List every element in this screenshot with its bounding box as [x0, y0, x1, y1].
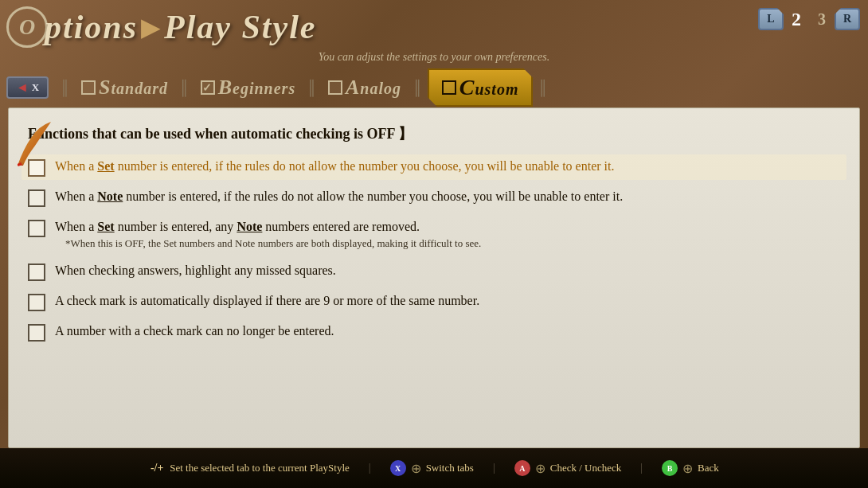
- gamepad-icon-1: ⊕: [411, 461, 421, 476]
- hint-check-uncheck: A ⊕ Check / Uncheck: [514, 460, 622, 476]
- sep2: ║: [179, 80, 190, 96]
- sep4: ║: [412, 80, 423, 96]
- beginners-checkbox: [201, 80, 215, 95]
- page-3: 3: [811, 10, 833, 29]
- analog-checkbox: [328, 80, 342, 95]
- option-5-text: A check mark is automatically displayed …: [55, 292, 840, 310]
- option-row-6[interactable]: A number with a check mark can no longer…: [28, 322, 840, 342]
- title-arrow-icon: ▶: [141, 12, 161, 42]
- section-header: Functions that can be used when automati…: [28, 124, 840, 143]
- lr-pagination: L 2 3 R: [758, 8, 860, 30]
- hint-check-uncheck-text: Check / Uncheck: [550, 462, 622, 474]
- option-3-text-block: When a Set number is entered, any Note n…: [55, 218, 481, 251]
- hint-back: B ⊕ Back: [662, 460, 719, 476]
- option-3-checkbox[interactable]: [28, 220, 45, 237]
- option-4-text: When checking answers, highlight any mis…: [55, 262, 840, 279]
- nav-tabs-row: ◄ X ║ Standard ║ Beginners ║ Analog ║: [0, 64, 868, 111]
- section-header-text: Functions that can be used when automati…: [28, 124, 412, 143]
- option-row-1[interactable]: When a Set number is entered, if the rul…: [22, 154, 846, 180]
- tab-analog[interactable]: Analog: [322, 72, 408, 103]
- analog-label: Analog: [346, 76, 401, 100]
- tab-custom[interactable]: Custom: [428, 68, 534, 107]
- minus-plus-icon: -/+: [149, 460, 165, 476]
- custom-label: Custom: [459, 75, 519, 100]
- beginners-label: Beginners: [218, 76, 295, 100]
- title-playstyle: Play Style: [164, 10, 316, 44]
- option-3-text: When a Set number is entered, any Note n…: [55, 218, 481, 236]
- subtitle: You can adjust the settings to your own …: [0, 51, 868, 64]
- b-circle-icon: B: [662, 460, 678, 476]
- page-2: 2: [785, 9, 807, 30]
- gamepad-icon-2: ⊕: [535, 461, 545, 476]
- tab-beginners[interactable]: Beginners: [194, 72, 302, 103]
- option-row-3[interactable]: When a Set number is entered, any Note n…: [28, 218, 840, 251]
- option-row-5[interactable]: A check mark is automatically displayed …: [28, 292, 840, 311]
- page-numbers: 2 3: [785, 9, 833, 30]
- hint-sep-1: |: [369, 462, 371, 474]
- standard-checkbox: [81, 80, 96, 95]
- hint-switch-tabs: X ⊕ Switch tabs: [390, 460, 474, 476]
- header: O ptions ▶ Play Style L 2 3 R You can ad…: [0, 0, 868, 107]
- title-o-circle: O: [6, 6, 48, 48]
- a-circle-icon: A: [514, 460, 530, 476]
- hint-set-tab: -/+ Set the selected tab to the current …: [149, 460, 350, 476]
- title-options: ptions: [45, 10, 138, 44]
- option-2-text: When a Note number is entered, if the ru…: [55, 188, 840, 205]
- option-1-text: When a Set number is entered, if the rul…: [55, 158, 840, 175]
- option-5-checkbox[interactable]: [28, 294, 45, 311]
- sep3: ║: [307, 80, 317, 96]
- sep5: ║: [538, 80, 548, 96]
- main-content: Functions that can be used when automati…: [8, 107, 860, 448]
- tab-standard[interactable]: Standard: [75, 72, 174, 103]
- hint-sep-2: |: [493, 462, 495, 474]
- option-row-2[interactable]: When a Note number is entered, if the ru…: [28, 188, 840, 207]
- r-button[interactable]: R: [835, 8, 860, 30]
- hint-set-tab-text: Set the selected tab to the current Play…: [170, 462, 350, 474]
- option-2-checkbox[interactable]: [28, 189, 45, 207]
- x-circle-icon: X: [390, 460, 406, 476]
- option-4-checkbox[interactable]: [28, 264, 45, 281]
- quill-decoration: [11, 118, 55, 170]
- standard-label: Standard: [99, 76, 168, 100]
- bottom-bar: -/+ Set the selected tab to the current …: [0, 448, 868, 488]
- option-6-checkbox[interactable]: [28, 324, 45, 342]
- option-row-4[interactable]: When checking answers, highlight any mis…: [28, 262, 840, 281]
- hint-sep-3: |: [640, 462, 643, 474]
- sep1: ║: [60, 80, 70, 96]
- x-button-label: X: [32, 81, 39, 94]
- option-3-subtext: *When this is OFF, the Set numbers and N…: [55, 237, 481, 251]
- custom-checkbox: [442, 80, 456, 95]
- hint-switch-tabs-text: Switch tabs: [426, 462, 474, 474]
- gamepad-icon-3: ⊕: [682, 461, 693, 476]
- x-button[interactable]: ◄ X: [6, 76, 49, 99]
- hint-back-text: Back: [698, 462, 719, 474]
- title-row: O ptions ▶ Play Style L 2 3 R: [0, 0, 868, 48]
- option-6-text: A number with a check mark can no longer…: [55, 322, 840, 340]
- l-button[interactable]: L: [758, 8, 784, 30]
